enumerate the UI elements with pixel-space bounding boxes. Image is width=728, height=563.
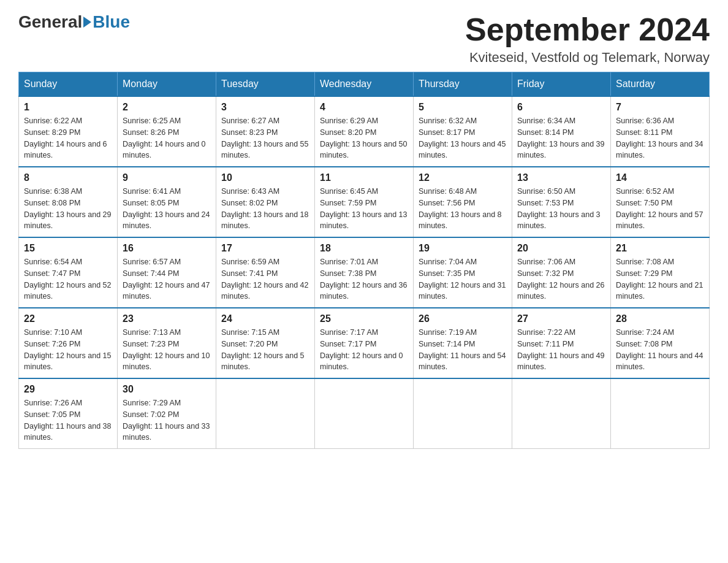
day-number: 17: [221, 243, 309, 254]
header-friday: Friday: [512, 72, 611, 97]
day-info: Sunrise: 6:36 AMSunset: 8:11 PMDaylight:…: [616, 115, 704, 161]
day-number: 5: [419, 102, 507, 113]
day-info: Sunrise: 6:32 AMSunset: 8:17 PMDaylight:…: [419, 115, 507, 161]
table-row: 6 Sunrise: 6:34 AMSunset: 8:14 PMDayligh…: [512, 96, 611, 167]
day-number: 24: [221, 313, 309, 324]
table-row: 8 Sunrise: 6:38 AMSunset: 8:08 PMDayligh…: [19, 167, 118, 237]
table-row: 19 Sunrise: 7:04 AMSunset: 7:35 PMDaylig…: [414, 237, 512, 308]
table-row: 28 Sunrise: 7:24 AMSunset: 7:08 PMDaylig…: [611, 308, 710, 378]
table-row: 16 Sunrise: 6:57 AMSunset: 7:44 PMDaylig…: [118, 237, 216, 308]
day-info: Sunrise: 6:29 AMSunset: 8:20 PMDaylight:…: [320, 115, 408, 161]
day-number: 30: [123, 384, 211, 395]
table-row: 10 Sunrise: 6:43 AMSunset: 8:02 PMDaylig…: [216, 167, 315, 237]
day-info: Sunrise: 7:26 AMSunset: 7:05 PMDaylight:…: [24, 397, 112, 443]
table-row: [512, 378, 611, 449]
day-info: Sunrise: 6:38 AMSunset: 8:08 PMDaylight:…: [24, 186, 112, 232]
day-info: Sunrise: 7:17 AMSunset: 7:17 PMDaylight:…: [320, 327, 408, 373]
day-number: 16: [123, 243, 211, 254]
day-number: 29: [24, 384, 112, 395]
day-info: Sunrise: 6:45 AMSunset: 7:59 PMDaylight:…: [320, 186, 408, 232]
day-number: 9: [123, 172, 211, 183]
day-number: 26: [419, 313, 507, 324]
page-subtitle: Kviteseid, Vestfold og Telemark, Norway: [465, 50, 710, 66]
header-tuesday: Tuesday: [216, 72, 315, 97]
logo-general-text: General: [18, 12, 82, 32]
table-row: 27 Sunrise: 7:22 AMSunset: 7:11 PMDaylig…: [512, 308, 611, 378]
day-number: 18: [320, 243, 408, 254]
day-info: Sunrise: 6:48 AMSunset: 7:56 PMDaylight:…: [419, 186, 507, 232]
table-row: 15 Sunrise: 6:54 AMSunset: 7:47 PMDaylig…: [19, 237, 118, 308]
logo-triangle-icon: [83, 17, 91, 28]
table-row: 14 Sunrise: 6:52 AMSunset: 7:50 PMDaylig…: [611, 167, 710, 237]
table-row: 5 Sunrise: 6:32 AMSunset: 8:17 PMDayligh…: [414, 96, 512, 167]
header-thursday: Thursday: [414, 72, 512, 97]
table-row: [611, 378, 710, 449]
day-number: 10: [221, 172, 309, 183]
day-number: 2: [123, 102, 211, 113]
day-info: Sunrise: 7:10 AMSunset: 7:26 PMDaylight:…: [24, 327, 112, 373]
table-row: [315, 378, 414, 449]
calendar-table: Sunday Monday Tuesday Wednesday Thursday…: [18, 72, 710, 449]
day-number: 6: [517, 102, 605, 113]
table-row: 21 Sunrise: 7:08 AMSunset: 7:29 PMDaylig…: [611, 237, 710, 308]
day-number: 3: [221, 102, 309, 113]
table-row: 4 Sunrise: 6:29 AMSunset: 8:20 PMDayligh…: [315, 96, 414, 167]
day-info: Sunrise: 7:24 AMSunset: 7:08 PMDaylight:…: [616, 327, 704, 373]
day-info: Sunrise: 7:15 AMSunset: 7:20 PMDaylight:…: [221, 327, 309, 373]
header-sunday: Sunday: [19, 72, 118, 97]
day-number: 20: [517, 243, 605, 254]
day-number: 11: [320, 172, 408, 183]
logo-blue-text: Blue: [93, 12, 130, 32]
day-info: Sunrise: 7:08 AMSunset: 7:29 PMDaylight:…: [616, 256, 704, 302]
day-info: Sunrise: 7:13 AMSunset: 7:23 PMDaylight:…: [123, 327, 211, 373]
day-info: Sunrise: 6:52 AMSunset: 7:50 PMDaylight:…: [616, 186, 704, 232]
header-wednesday: Wednesday: [315, 72, 414, 97]
table-row: 7 Sunrise: 6:36 AMSunset: 8:11 PMDayligh…: [611, 96, 710, 167]
calendar-week-row: 8 Sunrise: 6:38 AMSunset: 8:08 PMDayligh…: [19, 167, 710, 237]
table-row: 13 Sunrise: 6:50 AMSunset: 7:53 PMDaylig…: [512, 167, 611, 237]
day-number: 4: [320, 102, 408, 113]
day-number: 25: [320, 313, 408, 324]
day-number: 12: [419, 172, 507, 183]
table-row: 24 Sunrise: 7:15 AMSunset: 7:20 PMDaylig…: [216, 308, 315, 378]
title-area: September 2024 Kviteseid, Vestfold og Te…: [465, 12, 710, 66]
calendar-week-row: 22 Sunrise: 7:10 AMSunset: 7:26 PMDaylig…: [19, 308, 710, 378]
day-info: Sunrise: 6:54 AMSunset: 7:47 PMDaylight:…: [24, 256, 112, 302]
day-number: 23: [123, 313, 211, 324]
day-number: 22: [24, 313, 112, 324]
calendar-week-row: 1 Sunrise: 6:22 AMSunset: 8:29 PMDayligh…: [19, 96, 710, 167]
day-number: 19: [419, 243, 507, 254]
day-info: Sunrise: 6:22 AMSunset: 8:29 PMDaylight:…: [24, 115, 112, 161]
day-number: 1: [24, 102, 112, 113]
day-info: Sunrise: 7:06 AMSunset: 7:32 PMDaylight:…: [517, 256, 605, 302]
day-info: Sunrise: 7:04 AMSunset: 7:35 PMDaylight:…: [419, 256, 507, 302]
day-info: Sunrise: 6:34 AMSunset: 8:14 PMDaylight:…: [517, 115, 605, 161]
table-row: 30 Sunrise: 7:29 AMSunset: 7:02 PMDaylig…: [118, 378, 216, 449]
table-row: 20 Sunrise: 7:06 AMSunset: 7:32 PMDaylig…: [512, 237, 611, 308]
calendar-week-row: 15 Sunrise: 6:54 AMSunset: 7:47 PMDaylig…: [19, 237, 710, 308]
day-info: Sunrise: 6:57 AMSunset: 7:44 PMDaylight:…: [123, 256, 211, 302]
day-number: 7: [616, 102, 704, 113]
table-row: 22 Sunrise: 7:10 AMSunset: 7:26 PMDaylig…: [19, 308, 118, 378]
day-info: Sunrise: 6:50 AMSunset: 7:53 PMDaylight:…: [517, 186, 605, 232]
day-number: 8: [24, 172, 112, 183]
day-number: 14: [616, 172, 704, 183]
calendar-header-row: Sunday Monday Tuesday Wednesday Thursday…: [19, 72, 710, 97]
day-info: Sunrise: 6:43 AMSunset: 8:02 PMDaylight:…: [221, 186, 309, 232]
table-row: 1 Sunrise: 6:22 AMSunset: 8:29 PMDayligh…: [19, 96, 118, 167]
header-saturday: Saturday: [611, 72, 710, 97]
calendar-week-row: 29 Sunrise: 7:26 AMSunset: 7:05 PMDaylig…: [19, 378, 710, 449]
table-row: [216, 378, 315, 449]
table-row: 3 Sunrise: 6:27 AMSunset: 8:23 PMDayligh…: [216, 96, 315, 167]
day-info: Sunrise: 6:25 AMSunset: 8:26 PMDaylight:…: [123, 115, 211, 161]
day-info: Sunrise: 6:41 AMSunset: 8:05 PMDaylight:…: [123, 186, 211, 232]
logo-area: General Blue: [18, 12, 130, 32]
table-row: 18 Sunrise: 7:01 AMSunset: 7:38 PMDaylig…: [315, 237, 414, 308]
table-row: 11 Sunrise: 6:45 AMSunset: 7:59 PMDaylig…: [315, 167, 414, 237]
day-info: Sunrise: 6:59 AMSunset: 7:41 PMDaylight:…: [221, 256, 309, 302]
day-number: 21: [616, 243, 704, 254]
day-info: Sunrise: 7:29 AMSunset: 7:02 PMDaylight:…: [123, 397, 211, 443]
page-title: September 2024: [465, 12, 710, 47]
day-number: 27: [517, 313, 605, 324]
day-number: 13: [517, 172, 605, 183]
